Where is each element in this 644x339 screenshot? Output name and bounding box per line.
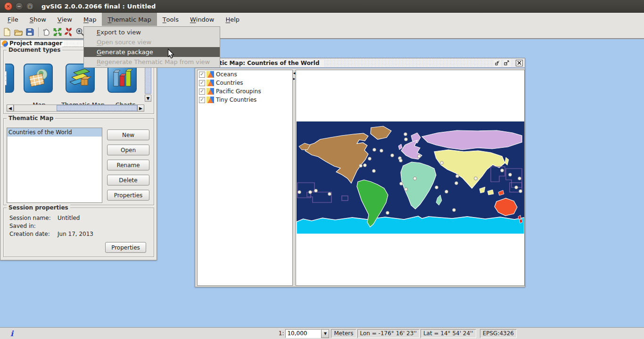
session-properties-groupbox: Session properties Session name: Untitle… (3, 208, 154, 257)
os-titlebar[interactable]: ✕ − ▢ gvSIG 2.0.0.2066 final : Untitled (0, 0, 644, 13)
map-icon (24, 64, 53, 93)
window-title: gvSIG 2.0.0.2066 final : Untitled (41, 3, 156, 10)
generate-package-mnemonic: G (97, 48, 101, 56)
longitude-field: Lon = -176° 16' 23'' (357, 329, 420, 338)
open-button[interactable]: Open (107, 145, 149, 155)
document-type-thematic-map[interactable] (65, 64, 95, 102)
splitter-collapse-right-icon[interactable]: ▸ (293, 77, 296, 81)
internal-minimize-icon[interactable] (494, 60, 501, 66)
menu-tools-rest: ools (166, 16, 179, 23)
layer-symbol-icon (206, 80, 214, 86)
pan-icon[interactable] (41, 27, 51, 37)
menu-map[interactable]: Map (78, 13, 102, 26)
minimize-icon[interactable]: − (15, 2, 23, 10)
open-source-rest: pen source view (101, 39, 151, 46)
delete-button[interactable]: Delete (107, 175, 149, 186)
world-map[interactable] (297, 121, 524, 234)
layer-row-pacific-groupins[interactable]: Pacific Groupins (198, 87, 292, 96)
tiny-countries-checkbox[interactable] (199, 97, 205, 103)
table-icon (5, 64, 14, 93)
project-manager-title: Project manager (8, 40, 65, 47)
project-manager-window: Project manager Document types (0, 40, 157, 260)
save-project-icon[interactable] (25, 27, 35, 37)
scale-input[interactable] (285, 329, 321, 338)
menubar: File Show View Map Thematic Map Tools Wi… (0, 13, 644, 26)
menu-file[interactable]: File (2, 13, 24, 26)
rename-button[interactable]: Rename (107, 160, 149, 170)
menu-view-rest: iew (62, 16, 72, 23)
thematic-map-groupbox: Thematic Map Countries of the World New … (3, 118, 154, 205)
menu-thematic-rest: hematic Map (111, 16, 151, 23)
menu-tools-mnemonic: T (163, 16, 166, 23)
session-name-value: Untitled (58, 215, 80, 221)
menu-file-rest: ile (11, 16, 18, 23)
thematic-map-menu-dropdown: Export to view Open source view Generate… (83, 26, 220, 68)
document-types-title: Document types (7, 47, 62, 53)
toolbar-separator (38, 27, 39, 37)
statusbar: i 1: ▼ Meters Lon = -176° 16' 23'' Lat =… (0, 327, 644, 339)
doc-types-hscroll-left-icon[interactable]: ◀ (7, 105, 14, 112)
menuitem-generate-package[interactable]: Generate package (84, 47, 220, 57)
menu-file-mnemonic: F (8, 16, 11, 23)
countries-checkbox[interactable] (199, 80, 205, 86)
scale-dropdown-icon[interactable]: ▼ (321, 329, 329, 338)
open-source-mnemonic: O (97, 39, 101, 46)
doc-types-hscroll-right-icon[interactable]: ▶ (137, 105, 144, 112)
zoom-to-selection-icon[interactable] (52, 27, 63, 37)
splitter-collapse-left-icon[interactable]: ◂ (293, 71, 296, 75)
scale-label: 1: (279, 330, 284, 337)
projection-field[interactable]: EPSG:4326 (480, 329, 517, 338)
zoom-to-extents-icon[interactable] (64, 27, 74, 37)
list-item[interactable]: Countries of the World (7, 128, 102, 137)
menuitem-export-to-view[interactable]: Export to view (84, 27, 220, 37)
menu-tools[interactable]: Tools (157, 13, 184, 26)
menu-help-rest: elp (230, 16, 239, 23)
menu-window[interactable]: Window (184, 13, 220, 26)
creation-date-value: Jun 17, 2013 (58, 231, 93, 237)
layer-row-oceans[interactable]: Oceans (198, 70, 292, 79)
layer-row-countries[interactable]: Countries (198, 79, 292, 87)
doc-types-hscrollbar-track[interactable] (14, 105, 137, 112)
menu-help[interactable]: Help (220, 13, 245, 26)
layer-row-tiny-countries[interactable]: Tiny Countries (198, 96, 292, 104)
properties-button[interactable]: Properties (107, 190, 149, 201)
menu-window-rest: indow (196, 16, 215, 23)
layer-tree-panel[interactable]: Oceans Countries Pacific Groupins Tiny C… (197, 70, 293, 286)
charts-icon (107, 64, 137, 93)
menu-thematic-mnemonic: T (107, 16, 111, 23)
internal-close-icon[interactable] (516, 60, 523, 66)
doc-types-hscrollbar-thumb[interactable] (57, 105, 137, 111)
pacific-groupins-checkbox[interactable] (199, 89, 205, 95)
map-view-panel[interactable] (296, 70, 525, 286)
menu-view-mnemonic: V (58, 16, 62, 23)
layer-symbol-icon (206, 71, 214, 78)
document-types-icon-strip (5, 64, 145, 102)
oceans-checkbox[interactable] (199, 72, 205, 78)
thematic-map-icon (66, 64, 95, 93)
layer-symbol-icon (206, 88, 214, 95)
maximize-icon[interactable]: ▢ (26, 2, 34, 10)
doc-types-vscroll-down-icon[interactable]: ▼ (145, 95, 151, 102)
layer-label-countries: Countries (216, 80, 243, 86)
menu-thematic-map[interactable]: Thematic Map (102, 13, 157, 26)
doc-types-vscrollbar-thumb[interactable] (145, 65, 151, 94)
document-type-charts[interactable] (107, 64, 137, 102)
close-icon[interactable]: ✕ (4, 2, 12, 10)
menu-show-mnemonic: S (30, 16, 33, 23)
thematic-map-window: Thematic Map: Countries of the World Oce… (195, 58, 525, 287)
menu-view[interactable]: View (52, 13, 78, 26)
internal-maximize-icon[interactable] (503, 60, 510, 66)
open-project-icon[interactable] (13, 27, 24, 37)
document-type-table-partial[interactable] (5, 64, 15, 102)
new-button[interactable]: New (107, 129, 149, 140)
thematic-map-document-list[interactable]: Countries of the World (7, 128, 102, 203)
document-type-map[interactable] (23, 64, 53, 102)
menu-show[interactable]: Show (24, 13, 52, 26)
new-document-icon[interactable] (2, 27, 12, 37)
session-properties-button[interactable]: Properties (105, 242, 146, 253)
layer-label-pacific-groupins: Pacific Groupins (216, 88, 261, 95)
layer-label-tiny-countries: Tiny Countries (216, 97, 256, 103)
thematic-map-window-titlebar[interactable]: Thematic Map: Countries of the World (195, 58, 525, 68)
info-icon[interactable]: i (10, 329, 13, 338)
units-field[interactable]: Meters (331, 329, 356, 338)
